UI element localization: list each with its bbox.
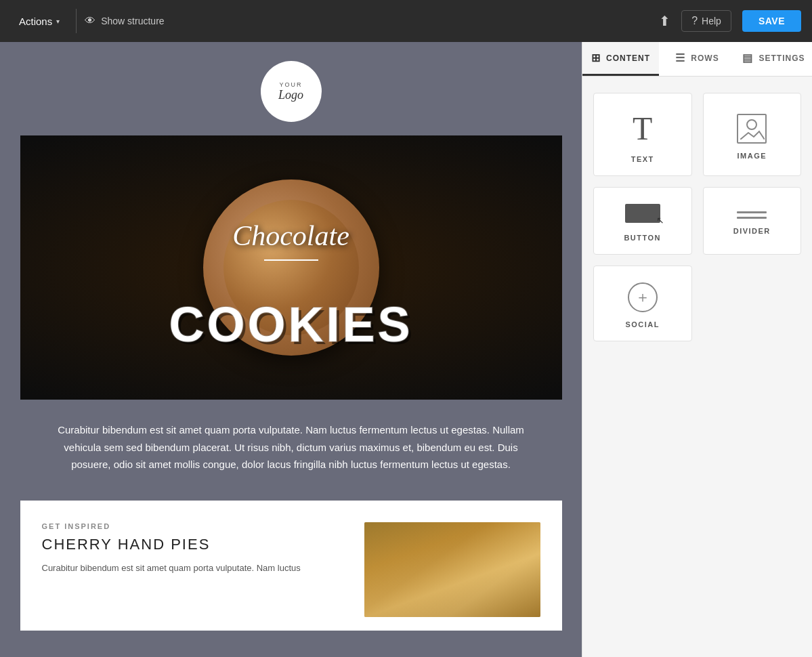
content-block-divider[interactable]: DIVIDER xyxy=(703,187,802,255)
cherry-body-text: Curabitur bibendum est sit amet quam por… xyxy=(42,561,343,576)
divider-icon xyxy=(737,211,767,219)
cherry-image-overlay xyxy=(364,522,540,617)
tab-settings[interactable]: ▤ SETTINGS xyxy=(735,42,812,76)
button-block-label: BUTTON xyxy=(624,234,661,242)
show-structure-label: Show structure xyxy=(101,16,164,26)
actions-label: Actions xyxy=(19,16,52,27)
divider-line-top xyxy=(737,211,767,213)
tab-settings-label: SETTINGS xyxy=(758,54,805,63)
tab-rows-label: ROWS xyxy=(691,54,719,63)
grid-icon: ⊞ xyxy=(591,51,601,64)
image-block-label: IMAGE xyxy=(737,152,767,160)
divider-block-label: DIVIDER xyxy=(733,227,771,235)
chevron-down-icon: ▾ xyxy=(56,18,60,25)
help-button[interactable]: ? Help xyxy=(681,10,731,32)
body-text-section: Curabitur bibendum est sit amet quam por… xyxy=(20,400,562,501)
logo-circle: YOUR Logo xyxy=(261,61,322,122)
upload-icon[interactable]: ⬆ xyxy=(659,13,670,29)
lower-section: GET INSPIRED CHERRY HAND PIES Curabitur … xyxy=(20,501,562,631)
show-structure-button[interactable]: 👁 Show structure xyxy=(85,15,164,27)
lower-text-col: GET INSPIRED CHERRY HAND PIES Curabitur … xyxy=(42,522,348,617)
hero-image: Chocolate COOKIES xyxy=(20,135,562,400)
tab-content-label: CONTENT xyxy=(606,54,650,63)
content-block-button[interactable]: ↖ BUTTON xyxy=(593,187,692,255)
rows-icon: ☰ xyxy=(675,51,685,64)
cherry-image xyxy=(364,522,540,617)
image-icon xyxy=(737,114,767,144)
button-icon: ↖ xyxy=(625,204,660,223)
content-block-text[interactable]: T TEXT xyxy=(593,93,692,176)
topbar-divider xyxy=(76,9,77,33)
hero-cookies-text: COOKIES xyxy=(169,297,412,352)
settings-icon: ▤ xyxy=(742,51,753,64)
text-icon: T xyxy=(633,110,652,147)
divider-line-bottom xyxy=(737,217,767,219)
body-paragraph: Curabitur bibendum est sit amet quam por… xyxy=(53,421,530,473)
hero-section: Chocolate COOKIES xyxy=(20,135,562,400)
main-layout: YOUR Logo Chocolate COOKIES Curabi xyxy=(0,42,812,657)
text-block-label: TEXT xyxy=(631,155,654,163)
right-panel: ⊞ CONTENT ☰ ROWS ▤ SETTINGS T TEXT xyxy=(582,42,812,657)
social-icon: ＋ xyxy=(628,282,658,312)
help-label: Help xyxy=(702,16,721,26)
panel-content-area: T TEXT IMAGE ↖ BUTTON xyxy=(582,77,812,657)
image-mountain-icon xyxy=(740,130,765,140)
cherry-title: CHERRY HAND PIES xyxy=(42,536,343,553)
hero-divider-line xyxy=(264,259,318,261)
image-person-circle xyxy=(746,119,757,130)
panel-tabs: ⊞ CONTENT ☰ ROWS ▤ SETTINGS xyxy=(582,42,812,77)
email-template: YOUR Logo Chocolate COOKIES Curabi xyxy=(0,42,582,657)
canvas-area: YOUR Logo Chocolate COOKIES Curabi xyxy=(0,42,582,657)
lower-image-col xyxy=(364,522,540,617)
content-block-social[interactable]: ＋ SOCIAL xyxy=(593,266,692,341)
tab-content[interactable]: ⊞ CONTENT xyxy=(582,42,659,76)
save-button[interactable]: SAVE xyxy=(742,10,801,32)
logo-section: YOUR Logo xyxy=(0,42,582,135)
get-inspired-label: GET INSPIRED xyxy=(42,522,343,530)
question-mark-icon: ? xyxy=(691,15,698,27)
social-block-label: SOCIAL xyxy=(625,320,660,328)
eye-icon: 👁 xyxy=(85,15,95,27)
cursor-icon: ↖ xyxy=(656,215,664,226)
logo-your-text: YOUR xyxy=(279,81,302,88)
logo-logo-text: Logo xyxy=(278,88,303,102)
hero-chocolate-text: Chocolate xyxy=(232,219,349,252)
content-block-image[interactable]: IMAGE xyxy=(703,93,802,176)
topbar-right: ⬆ ? Help SAVE xyxy=(659,10,801,32)
topbar: Actions ▾ 👁 Show structure ⬆ ? Help SAVE xyxy=(0,0,812,42)
actions-button[interactable]: Actions ▾ xyxy=(11,10,68,33)
button-rect-icon xyxy=(625,204,660,223)
tab-rows[interactable]: ☰ ROWS xyxy=(659,42,735,76)
